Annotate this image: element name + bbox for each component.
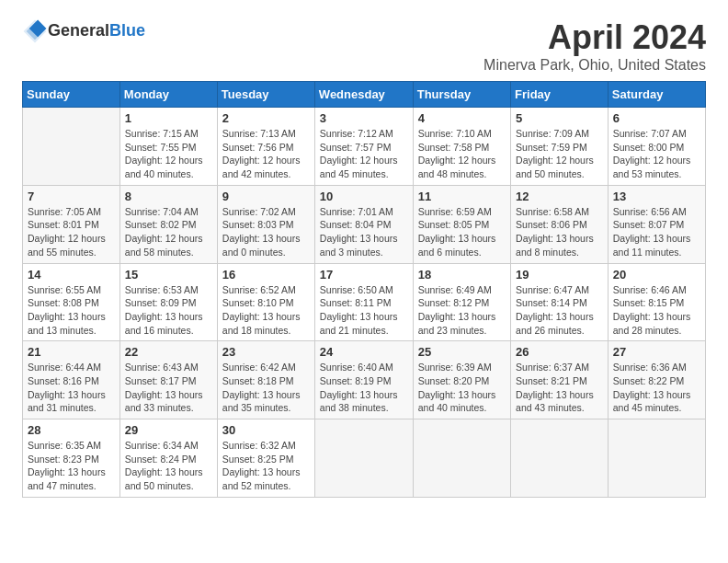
day-info: Sunrise: 6:32 AM Sunset: 8:25 PM Dayligh… — [222, 439, 310, 493]
day-number: 16 — [222, 268, 310, 282]
logo-text-general: General — [48, 21, 109, 40]
calendar-cell — [23, 108, 120, 186]
day-number: 1 — [125, 111, 212, 125]
day-number: 7 — [28, 190, 115, 203]
day-header-monday: Monday — [119, 82, 217, 108]
day-number: 14 — [28, 268, 115, 282]
title-area: April 2024 Minerva Park, Ohio, United St… — [483, 18, 706, 74]
day-header-tuesday: Tuesday — [217, 82, 314, 108]
day-info: Sunrise: 6:42 AM Sunset: 8:18 PM Dayligh… — [222, 361, 310, 415]
calendar-week-5: 28Sunrise: 6:35 AM Sunset: 8:23 PM Dayli… — [23, 419, 706, 498]
calendar-cell: 30Sunrise: 6:32 AM Sunset: 8:25 PM Dayli… — [217, 419, 314, 498]
days-of-week-row: SundayMondayTuesdayWednesdayThursdayFrid… — [23, 82, 706, 108]
day-number: 23 — [222, 345, 310, 359]
day-info: Sunrise: 7:10 AM Sunset: 7:58 PM Dayligh… — [418, 127, 506, 181]
day-info: Sunrise: 6:37 AM Sunset: 8:21 PM Dayligh… — [516, 361, 603, 415]
day-number: 12 — [516, 190, 603, 203]
day-header-saturday: Saturday — [608, 82, 705, 108]
day-info: Sunrise: 7:13 AM Sunset: 7:56 PM Dayligh… — [222, 127, 310, 181]
subtitle: Minerva Park, Ohio, United States — [483, 57, 706, 74]
day-header-friday: Friday — [511, 82, 609, 108]
page-header: GeneralBlue April 2024 Minerva Park, Ohi… — [22, 18, 706, 74]
calendar-cell: 26Sunrise: 6:37 AM Sunset: 8:21 PM Dayli… — [511, 341, 609, 419]
calendar-cell: 21Sunrise: 6:44 AM Sunset: 8:16 PM Dayli… — [23, 341, 120, 419]
calendar-week-4: 21Sunrise: 6:44 AM Sunset: 8:16 PM Dayli… — [23, 341, 706, 419]
day-info: Sunrise: 7:12 AM Sunset: 7:57 PM Dayligh… — [320, 127, 408, 181]
day-number: 26 — [516, 345, 603, 359]
day-number: 9 — [222, 190, 310, 203]
day-info: Sunrise: 6:47 AM Sunset: 8:14 PM Dayligh… — [516, 283, 603, 338]
day-info: Sunrise: 6:59 AM Sunset: 8:05 PM Dayligh… — [418, 205, 506, 259]
calendar-cell: 28Sunrise: 6:35 AM Sunset: 8:23 PM Dayli… — [23, 419, 120, 498]
calendar-cell: 23Sunrise: 6:42 AM Sunset: 8:18 PM Dayli… — [217, 341, 314, 419]
calendar-cell — [608, 419, 705, 498]
day-info: Sunrise: 6:52 AM Sunset: 8:10 PM Dayligh… — [222, 283, 310, 338]
day-info: Sunrise: 6:39 AM Sunset: 8:20 PM Dayligh… — [418, 361, 506, 415]
day-number: 24 — [320, 345, 408, 359]
day-info: Sunrise: 7:01 AM Sunset: 8:04 PM Dayligh… — [320, 205, 408, 259]
day-number: 8 — [125, 190, 212, 203]
calendar-cell: 13Sunrise: 6:56 AM Sunset: 8:07 PM Dayli… — [608, 185, 705, 263]
calendar-table: SundayMondayTuesdayWednesdayThursdayFrid… — [22, 81, 706, 498]
day-number: 18 — [418, 268, 506, 282]
calendar-cell: 22Sunrise: 6:43 AM Sunset: 8:17 PM Dayli… — [119, 341, 217, 419]
day-info: Sunrise: 6:46 AM Sunset: 8:15 PM Dayligh… — [613, 283, 700, 338]
logo: GeneralBlue — [22, 18, 145, 44]
day-info: Sunrise: 6:44 AM Sunset: 8:16 PM Dayligh… — [28, 361, 115, 415]
calendar-week-1: 1Sunrise: 7:15 AM Sunset: 7:55 PM Daylig… — [23, 108, 706, 186]
day-number: 25 — [418, 345, 506, 359]
calendar-cell: 15Sunrise: 6:53 AM Sunset: 8:09 PM Dayli… — [119, 263, 217, 341]
calendar-cell: 14Sunrise: 6:55 AM Sunset: 8:08 PM Dayli… — [23, 263, 120, 341]
day-number: 19 — [516, 268, 603, 282]
day-header-thursday: Thursday — [413, 82, 510, 108]
day-info: Sunrise: 7:07 AM Sunset: 8:00 PM Dayligh… — [613, 127, 700, 181]
day-header-sunday: Sunday — [23, 82, 120, 108]
day-info: Sunrise: 7:05 AM Sunset: 8:01 PM Dayligh… — [28, 205, 115, 259]
calendar-cell: 19Sunrise: 6:47 AM Sunset: 8:14 PM Dayli… — [511, 263, 609, 341]
day-info: Sunrise: 6:56 AM Sunset: 8:07 PM Dayligh… — [613, 205, 700, 259]
calendar-cell — [314, 419, 413, 498]
calendar-cell: 3Sunrise: 7:12 AM Sunset: 7:57 PM Daylig… — [314, 108, 413, 186]
day-info: Sunrise: 7:04 AM Sunset: 8:02 PM Dayligh… — [125, 205, 212, 259]
day-number: 29 — [125, 423, 212, 437]
day-number: 3 — [320, 111, 408, 125]
calendar-cell: 7Sunrise: 7:05 AM Sunset: 8:01 PM Daylig… — [23, 185, 120, 263]
day-info: Sunrise: 7:09 AM Sunset: 7:59 PM Dayligh… — [516, 127, 603, 181]
calendar-cell: 8Sunrise: 7:04 AM Sunset: 8:02 PM Daylig… — [119, 185, 217, 263]
calendar-cell — [511, 419, 609, 498]
day-info: Sunrise: 6:35 AM Sunset: 8:23 PM Dayligh… — [28, 439, 115, 493]
day-number: 27 — [613, 345, 700, 359]
day-info: Sunrise: 6:40 AM Sunset: 8:19 PM Dayligh… — [320, 361, 408, 415]
logo-text-blue: Blue — [109, 21, 145, 40]
day-number: 6 — [613, 111, 700, 125]
calendar-cell: 2Sunrise: 7:13 AM Sunset: 7:56 PM Daylig… — [217, 108, 314, 186]
calendar-cell — [413, 419, 510, 498]
calendar-cell: 27Sunrise: 6:36 AM Sunset: 8:22 PM Dayli… — [608, 341, 705, 419]
day-number: 22 — [125, 345, 212, 359]
calendar-body: 1Sunrise: 7:15 AM Sunset: 7:55 PM Daylig… — [23, 108, 706, 498]
day-info: Sunrise: 6:50 AM Sunset: 8:11 PM Dayligh… — [320, 283, 408, 338]
day-number: 2 — [222, 111, 310, 125]
calendar-cell: 24Sunrise: 6:40 AM Sunset: 8:19 PM Dayli… — [314, 341, 413, 419]
calendar-cell: 6Sunrise: 7:07 AM Sunset: 8:00 PM Daylig… — [608, 108, 705, 186]
calendar-week-2: 7Sunrise: 7:05 AM Sunset: 8:01 PM Daylig… — [23, 185, 706, 263]
calendar-cell: 9Sunrise: 7:02 AM Sunset: 8:03 PM Daylig… — [217, 185, 314, 263]
day-info: Sunrise: 7:02 AM Sunset: 8:03 PM Dayligh… — [222, 205, 310, 259]
day-number: 10 — [320, 190, 408, 203]
day-number: 11 — [418, 190, 506, 203]
day-info: Sunrise: 6:55 AM Sunset: 8:08 PM Dayligh… — [28, 283, 115, 338]
day-number: 15 — [125, 268, 212, 282]
calendar-week-3: 14Sunrise: 6:55 AM Sunset: 8:08 PM Dayli… — [23, 263, 706, 341]
calendar-cell: 4Sunrise: 7:10 AM Sunset: 7:58 PM Daylig… — [413, 108, 510, 186]
day-info: Sunrise: 6:53 AM Sunset: 8:09 PM Dayligh… — [125, 283, 212, 338]
calendar-cell: 20Sunrise: 6:46 AM Sunset: 8:15 PM Dayli… — [608, 263, 705, 341]
day-info: Sunrise: 6:36 AM Sunset: 8:22 PM Dayligh… — [613, 361, 700, 415]
day-number: 5 — [516, 111, 603, 125]
calendar-header: SundayMondayTuesdayWednesdayThursdayFrid… — [23, 82, 706, 108]
day-number: 4 — [418, 111, 506, 125]
calendar-cell: 16Sunrise: 6:52 AM Sunset: 8:10 PM Dayli… — [217, 263, 314, 341]
day-info: Sunrise: 7:15 AM Sunset: 7:55 PM Dayligh… — [125, 127, 212, 181]
day-number: 13 — [613, 190, 700, 203]
logo-icon — [22, 18, 48, 44]
day-header-wednesday: Wednesday — [314, 82, 413, 108]
